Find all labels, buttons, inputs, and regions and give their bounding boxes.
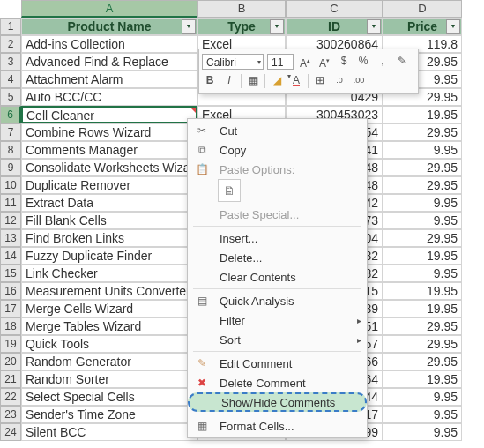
cell[interactable]: 19.95 [383, 300, 462, 317]
row-header[interactable]: 9 [0, 159, 21, 176]
cell[interactable]: Measurement Units Converter [21, 282, 197, 300]
row-header[interactable]: 1 [0, 18, 21, 35]
menu-delete[interactable]: Delete... [188, 248, 367, 267]
cell[interactable]: Merge Tables Wizard [21, 317, 197, 335]
cell[interactable]: 19.95 [383, 370, 462, 388]
cell[interactable]: Quick Tools [21, 335, 197, 353]
borders-icon[interactable]: ▦ [245, 73, 261, 89]
col-header-b[interactable]: B [197, 0, 286, 18]
row-header[interactable]: 16 [0, 282, 21, 300]
row-header[interactable]: 23 [0, 406, 21, 423]
cell[interactable]: Silent BCC [21, 423, 197, 441]
menu-insert[interactable]: Insert... [188, 228, 367, 248]
cell[interactable]: 19.95 [383, 106, 462, 123]
font-color-icon[interactable]: A [288, 73, 304, 89]
menu-clear[interactable]: Clear Contents [188, 267, 367, 287]
bold-button[interactable]: B [202, 73, 218, 89]
cell[interactable]: 19.95 [383, 282, 462, 300]
cell[interactable]: 29.95 [383, 123, 462, 141]
cell[interactable]: Select Special Cells [21, 388, 197, 406]
row-header[interactable]: 3 [0, 53, 21, 71]
italic-button[interactable]: I [221, 73, 237, 89]
decrease-font-icon[interactable]: A▾ [316, 54, 332, 70]
paste-button[interactable]: 🗎 [218, 179, 241, 202]
font-combo[interactable]: Calibri [202, 54, 264, 70]
cell[interactable]: 9.95 [383, 141, 462, 159]
row-header[interactable]: 19 [0, 335, 21, 353]
cell[interactable]: Extract Data [21, 194, 197, 212]
row-header[interactable]: 17 [0, 300, 21, 317]
cell[interactable]: Random Sorter [21, 370, 197, 388]
cell[interactable]: Find Broken Links [21, 229, 197, 247]
header-id[interactable]: ID▼ [286, 18, 383, 35]
cell[interactable]: 29.95 [383, 176, 462, 194]
col-header-a[interactable]: A [21, 0, 197, 18]
row-header[interactable]: 4 [0, 71, 21, 88]
menu-quick-analysis[interactable]: ▤ Quick Analysis [188, 291, 367, 310]
filter-icon[interactable]: ▼ [182, 19, 196, 34]
header-product-name[interactable]: Product Name▼ [21, 18, 197, 35]
cell[interactable]: 9.95 [383, 388, 462, 406]
menu-filter[interactable]: Filter ▸ [188, 310, 367, 330]
increase-decimal-icon[interactable]: .00 [351, 73, 367, 89]
col-header-d[interactable]: D [383, 0, 462, 18]
col-header-c[interactable]: C [286, 0, 383, 18]
cell[interactable]: Add-ins Collection [21, 35, 197, 53]
cell[interactable]: Sender's Time Zone [21, 406, 197, 423]
comma-icon[interactable]: , [375, 54, 391, 70]
cell[interactable]: Advanced Find & Replace [21, 53, 197, 71]
row-header[interactable]: 12 [0, 212, 21, 229]
cell[interactable]: 29.95 [383, 317, 462, 335]
row-header[interactable]: 7 [0, 123, 21, 141]
cell[interactable]: 9.95 [383, 194, 462, 212]
percent-icon[interactable]: % [355, 54, 371, 70]
cell[interactable]: Merge Cells Wizard [21, 300, 197, 317]
currency-icon[interactable]: $ [336, 54, 352, 70]
cell[interactable]: 9.95 [383, 423, 462, 441]
cell[interactable]: Link Checker [21, 265, 197, 282]
menu-delete-comment[interactable]: ✖ Delete Comment [188, 373, 367, 392]
menu-cut[interactable]: ✂ Cut [188, 121, 367, 140]
row-header[interactable]: 21 [0, 370, 21, 388]
filter-icon[interactable]: ▼ [367, 19, 381, 34]
cell[interactable]: Attachment Alarm [21, 71, 197, 88]
merge-icon[interactable]: ⊞ [312, 73, 328, 89]
filter-icon[interactable]: ▼ [446, 19, 460, 34]
increase-font-icon[interactable]: A▴ [297, 54, 313, 70]
menu-copy[interactable]: ⧉ Copy [188, 140, 367, 160]
cell[interactable]: 19.95 [383, 247, 462, 265]
menu-show-hide-comments[interactable]: Show/Hide Comments [188, 392, 367, 412]
cell[interactable]: Consolidate Worksheets Wizard [21, 159, 197, 176]
cell[interactable]: Combine Rows Wizard [21, 123, 197, 141]
header-price[interactable]: Price▼ [383, 18, 462, 35]
row-header[interactable]: 15 [0, 265, 21, 282]
cell[interactable]: Comments Manager [21, 141, 197, 159]
cell[interactable]: Random Generator [21, 353, 197, 370]
cell[interactable]: 9.95 [383, 265, 462, 282]
cell[interactable]: 29.95 [383, 353, 462, 370]
cell[interactable]: 29.95 [383, 229, 462, 247]
row-header[interactable]: 8 [0, 141, 21, 159]
menu-format-cells[interactable]: ▦ Format Cells... [188, 416, 367, 436]
cell[interactable]: Duplicate Remover [21, 176, 197, 194]
row-header[interactable]: 6 [0, 106, 21, 123]
row-header[interactable]: 24 [0, 423, 21, 441]
row-header[interactable]: 20 [0, 353, 21, 370]
cell[interactable]: Cell Cleaner [21, 106, 197, 123]
fill-color-icon[interactable]: ◢ [269, 73, 285, 89]
row-header[interactable]: 2 [0, 35, 21, 53]
menu-sort[interactable]: Sort ▸ [188, 330, 367, 349]
row-header[interactable]: 10 [0, 176, 21, 194]
row-header[interactable]: 13 [0, 229, 21, 247]
menu-edit-comment[interactable]: ✎ Edit Comment [188, 354, 367, 373]
format-painter-icon[interactable]: ✎ [394, 54, 410, 70]
decrease-decimal-icon[interactable]: .0 [331, 73, 347, 89]
cell[interactable]: Fuzzy Duplicate Finder [21, 247, 197, 265]
row-header[interactable]: 22 [0, 388, 21, 406]
menu-paste-special[interactable]: Paste Special... [188, 205, 367, 224]
cell[interactable]: 29.95 [383, 159, 462, 176]
header-type[interactable]: Type▼ [197, 18, 286, 35]
row-header[interactable]: 14 [0, 247, 21, 265]
cell[interactable]: Fill Blank Cells [21, 212, 197, 229]
row-header[interactable]: 11 [0, 194, 21, 212]
